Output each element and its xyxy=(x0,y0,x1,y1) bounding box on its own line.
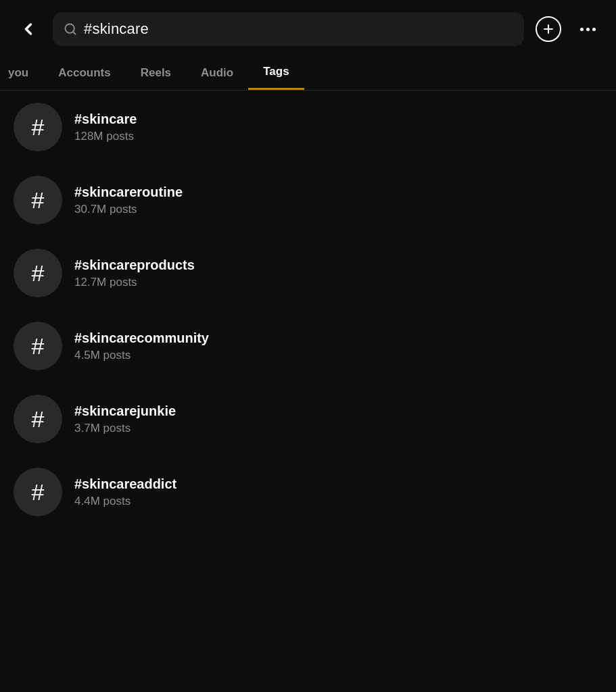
tag-info: #skincareaddict 4.4M posts xyxy=(74,476,602,508)
tag-info: #skincare 128M posts xyxy=(74,112,602,143)
tag-result-item[interactable]: # #skincarejunkie 3.7M posts xyxy=(0,382,616,455)
tab-accounts[interactable]: Accounts xyxy=(43,57,125,89)
header: #skincare xyxy=(0,0,616,55)
tag-name: #skincareaddict xyxy=(74,476,602,492)
tag-avatar: # xyxy=(14,468,62,516)
hash-icon: # xyxy=(32,479,45,505)
add-button[interactable] xyxy=(534,14,563,44)
plus-circle-icon xyxy=(536,16,561,42)
tag-avatar: # xyxy=(14,249,62,297)
hash-icon: # xyxy=(32,333,45,360)
search-icon xyxy=(64,22,77,36)
tag-info: #skincareproducts 12.7M posts xyxy=(74,257,602,289)
tag-name: #skincareroutine xyxy=(74,184,602,200)
hash-icon: # xyxy=(32,406,45,432)
header-actions xyxy=(534,14,602,44)
back-button[interactable] xyxy=(14,14,43,44)
tag-avatar: # xyxy=(14,322,62,370)
tab-reels[interactable]: Reels xyxy=(126,57,186,89)
tag-result-item[interactable]: # #skincare 128M posts xyxy=(0,91,616,164)
tag-info: #skincarecommunity 4.5M posts xyxy=(74,330,602,362)
tag-post-count: 128M posts xyxy=(74,130,602,143)
tag-post-count: 12.7M posts xyxy=(74,276,602,289)
tag-post-count: 3.7M posts xyxy=(74,422,602,435)
hash-icon: # xyxy=(32,114,45,141)
back-icon xyxy=(19,20,38,39)
hash-icon: # xyxy=(32,187,45,214)
tag-name: #skincarejunkie xyxy=(74,403,602,419)
tab-you[interactable]: you xyxy=(0,57,43,89)
tag-name: #skincare xyxy=(74,112,602,127)
tag-post-count: 4.4M posts xyxy=(74,495,602,508)
tag-avatar: # xyxy=(14,103,62,151)
tab-audio[interactable]: Audio xyxy=(186,57,248,89)
tag-result-item[interactable]: # #skincareaddict 4.4M posts xyxy=(0,455,616,528)
tag-result-item[interactable]: # #skincarecommunity 4.5M posts xyxy=(0,310,616,382)
tag-info: #skincarejunkie 3.7M posts xyxy=(74,403,602,435)
tag-name: #skincarecommunity xyxy=(74,330,602,346)
hash-icon: # xyxy=(32,260,45,287)
more-options-button[interactable] xyxy=(573,14,602,44)
tag-result-item[interactable]: # #skincareproducts 12.7M posts xyxy=(0,237,616,310)
tabs-bar: you Accounts Reels Audio Tags xyxy=(0,55,616,91)
search-bar[interactable]: #skincare xyxy=(53,12,524,46)
svg-line-1 xyxy=(73,32,76,34)
search-value: #skincare xyxy=(84,20,149,38)
tag-avatar: # xyxy=(14,395,62,443)
results-list: # #skincare 128M posts # #skincareroutin… xyxy=(0,91,616,528)
tag-avatar: # xyxy=(14,176,62,224)
tag-post-count: 30.7M posts xyxy=(74,203,602,216)
more-dots-icon xyxy=(580,28,596,31)
tab-tags[interactable]: Tags xyxy=(248,55,304,90)
tag-result-item[interactable]: # #skincareroutine 30.7M posts xyxy=(0,164,616,237)
tag-post-count: 4.5M posts xyxy=(74,349,602,362)
tag-info: #skincareroutine 30.7M posts xyxy=(74,184,602,216)
plus-icon xyxy=(542,22,555,36)
tag-name: #skincareproducts xyxy=(74,257,602,273)
